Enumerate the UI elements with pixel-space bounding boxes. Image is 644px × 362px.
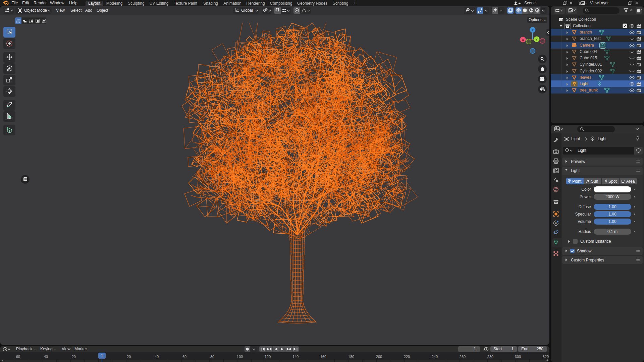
svg-text:Y: Y xyxy=(536,38,538,41)
svg-text:X: X xyxy=(522,38,524,42)
svg-text:Z: Z xyxy=(532,28,534,32)
